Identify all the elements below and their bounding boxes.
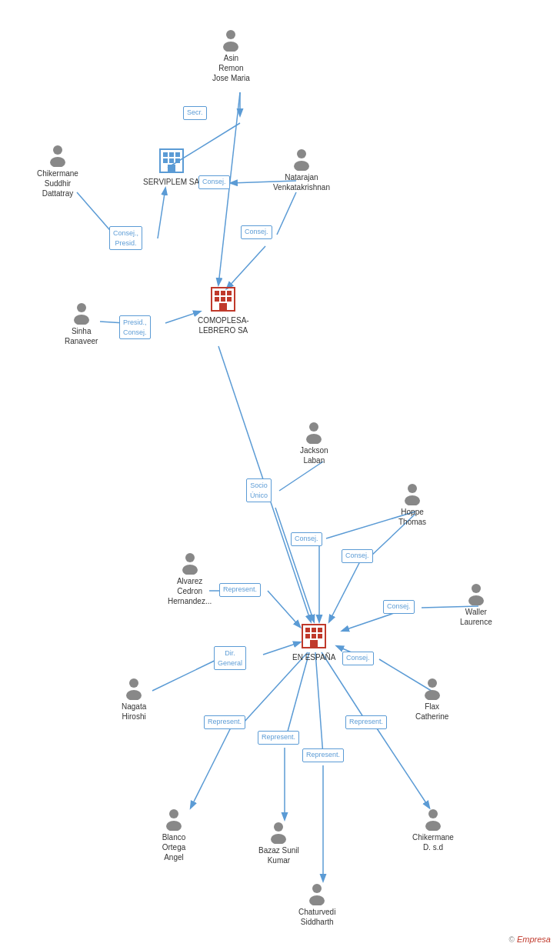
person-icon-sinha	[69, 300, 94, 325]
person-icon-hoppe	[400, 481, 425, 505]
svg-rect-42	[168, 165, 175, 172]
person-icon-chikermane1	[45, 142, 70, 167]
svg-line-21	[152, 658, 221, 691]
svg-line-11	[279, 462, 323, 491]
svg-point-73	[129, 678, 138, 688]
svg-rect-50	[227, 291, 232, 295]
svg-point-34	[223, 42, 238, 52]
person-icon-alvarez	[178, 550, 202, 575]
badge-dir-general: Dir.General	[214, 646, 246, 670]
svg-point-75	[428, 678, 437, 688]
svg-rect-66	[305, 628, 310, 632]
node-hoppe: HoppeThomas	[398, 481, 426, 527]
badge-presid-consej: Presid.,Consej.	[119, 315, 151, 339]
person-icon-nagata	[122, 675, 146, 700]
building-icon-en-espana	[299, 622, 328, 651]
svg-line-30	[377, 728, 429, 808]
badge-consej3: Consej.	[291, 532, 322, 546]
node-en-espana: EN ESPAÑA	[292, 622, 336, 662]
svg-rect-36	[163, 152, 168, 157]
label-bazaz: Bazaz SunilKumar	[258, 845, 299, 865]
node-chikermane2: ChikermaneD. s.d	[412, 806, 454, 852]
person-icon-waller	[464, 581, 488, 605]
node-serviplem: SERVIPLEM SA	[143, 146, 199, 187]
badge-consej2: Consej.	[241, 225, 272, 239]
person-icon-natarajan	[289, 146, 314, 171]
svg-line-26	[191, 728, 231, 808]
label-chaturvedi: ChaturvediSiddharth	[298, 907, 335, 927]
badge-represent2: Represent.	[204, 715, 245, 729]
svg-rect-39	[163, 158, 168, 163]
svg-point-77	[169, 809, 178, 818]
node-asin: AsinRemonJose Maria	[212, 27, 250, 83]
badge-socio-unico: SocioÚnico	[246, 478, 272, 502]
svg-line-16	[329, 562, 360, 622]
node-bazaz: Bazaz SunilKumar	[258, 819, 299, 865]
label-natarajan: NatarajanVenkatakrishnan	[273, 172, 330, 192]
node-waller: WallerLaurence	[460, 581, 492, 627]
building-icon-serviplem	[157, 146, 186, 175]
label-chikermane2: ChikermaneD. s.d	[412, 832, 454, 852]
svg-point-45	[297, 149, 306, 158]
person-icon-blanco	[162, 806, 186, 831]
badge-represent4: Represent.	[345, 715, 387, 729]
svg-point-62	[182, 565, 198, 575]
label-comoplesa: COMOPLESA-LEBRERO SA	[198, 315, 249, 335]
svg-point-79	[274, 822, 283, 832]
svg-rect-49	[221, 291, 225, 295]
svg-point-84	[309, 895, 325, 905]
svg-line-4	[158, 188, 165, 238]
badge-represent3: Represent.	[258, 731, 299, 745]
person-icon-bazaz	[266, 819, 291, 844]
svg-line-3	[77, 192, 114, 235]
node-flax: FlaxCatherine	[415, 675, 448, 722]
svg-rect-71	[318, 634, 322, 638]
svg-rect-72	[310, 640, 318, 648]
node-blanco: BlancoOrtegaAngel	[162, 806, 186, 862]
svg-rect-68	[318, 628, 322, 632]
diagram-container: AsinRemonJose Maria SERVIPLEM SA Chikerm…	[0, 0, 560, 950]
svg-rect-54	[219, 303, 227, 311]
badge-consej6: Consej.	[342, 652, 374, 665]
svg-rect-70	[312, 634, 316, 638]
svg-point-59	[408, 484, 417, 493]
svg-rect-40	[169, 158, 174, 163]
watermark: © Empresa	[509, 935, 551, 944]
label-nagata: NagataHiroshi	[122, 702, 146, 722]
svg-point-80	[271, 834, 286, 844]
svg-line-6	[227, 246, 265, 288]
svg-point-57	[309, 422, 318, 432]
label-asin: AsinRemonJose Maria	[212, 53, 250, 83]
person-icon-flax	[420, 675, 445, 700]
svg-point-81	[428, 809, 438, 818]
svg-point-61	[185, 553, 195, 562]
svg-point-82	[425, 821, 441, 831]
svg-rect-38	[175, 152, 180, 157]
label-alvarez: AlvarezCedronHernandez...	[168, 576, 212, 606]
svg-point-64	[468, 595, 484, 605]
svg-point-33	[226, 30, 235, 39]
node-chikermane1: ChikermaneSuddhirDattatray	[37, 142, 78, 198]
badge-represent5: Represent.	[302, 748, 344, 762]
person-icon-jackson	[302, 419, 326, 444]
person-icon-chaturvedi	[305, 881, 329, 905]
svg-rect-51	[215, 297, 219, 302]
label-serviplem: SERVIPLEM SA	[143, 177, 199, 187]
svg-point-78	[166, 821, 182, 831]
svg-line-5	[277, 192, 296, 235]
node-nagata: NagataHiroshi	[122, 675, 146, 722]
svg-rect-53	[227, 297, 232, 302]
svg-point-74	[126, 690, 142, 700]
person-icon	[218, 27, 243, 52]
badge-consej1: Consej.	[198, 175, 230, 189]
svg-rect-48	[215, 291, 219, 295]
svg-point-83	[312, 884, 322, 893]
label-blanco: BlancoOrtegaAngel	[162, 832, 186, 862]
person-icon-chikermane2	[421, 806, 445, 831]
badge-consej-presid: Consej.,Presid.	[109, 226, 142, 250]
label-waller: WallerLaurence	[460, 607, 492, 627]
badge-secr: Secr.	[183, 106, 207, 120]
svg-rect-37	[169, 152, 174, 157]
label-en-espana: EN ESPAÑA	[292, 652, 336, 662]
svg-rect-41	[175, 158, 180, 163]
